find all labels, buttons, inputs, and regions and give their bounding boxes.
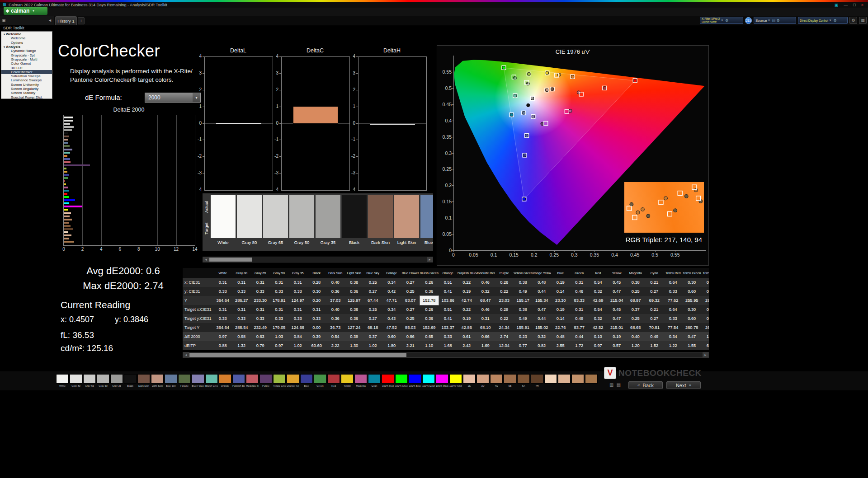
table-cell[interactable]: 1.02	[288, 341, 307, 350]
table-cell[interactable]: 0.48	[533, 278, 552, 287]
sidebar-item-screen-angularity[interactable]: Screen Angularity	[1, 87, 52, 91]
table-cell[interactable]: 2.22	[326, 341, 345, 350]
table-cell[interactable]: 28.95	[701, 296, 709, 305]
table-cell[interactable]: 0.36	[326, 314, 345, 323]
table-scroll-left-icon[interactable]: ◄	[183, 352, 189, 357]
sidebar-item-analysis[interactable]: ▾Analysis	[1, 45, 52, 49]
sidebar-item-screen-stability[interactable]: Screen Stability	[1, 91, 52, 95]
table-cell[interactable]: 215.04	[608, 296, 627, 305]
swatch-scroll-thumb[interactable]	[209, 258, 252, 262]
tree-expander-icon[interactable]: ▾	[4, 33, 5, 36]
table-cell[interactable]: 0.22	[495, 314, 514, 323]
table-cell[interactable]: 36.73	[326, 323, 345, 332]
swatch-gray-50[interactable]	[289, 195, 314, 238]
table-cell[interactable]: 0.42	[382, 287, 401, 296]
table-cell[interactable]: 1.15	[701, 332, 709, 341]
sidebar-item-dynamic-range[interactable]: Dynamic Range	[1, 49, 52, 53]
table-cell[interactable]: 2.21	[401, 341, 420, 350]
table-cell[interactable]: 1.32	[232, 341, 251, 350]
table-cell[interactable]: 0.47	[608, 287, 627, 296]
table-cell[interactable]: 0.40	[626, 332, 645, 341]
table-cell[interactable]: 0.60	[683, 314, 702, 323]
table-cell[interactable]: 1.10	[420, 341, 439, 350]
table-cell[interactable]: 83.33	[570, 296, 589, 305]
table-cell[interactable]: 0.49	[645, 332, 664, 341]
table-cell[interactable]: 364.64	[213, 323, 232, 332]
table-cell[interactable]: 83.07	[401, 296, 420, 305]
table-cell[interactable]: 0.14	[551, 287, 570, 296]
swatch-gray-35[interactable]	[316, 195, 340, 238]
table-cell[interactable]: 179.05	[270, 323, 289, 332]
table-cell[interactable]: 260.78	[683, 323, 702, 332]
table-cell[interactable]: 0.10	[589, 332, 608, 341]
table-cell[interactable]: 2.74	[495, 332, 514, 341]
strip-patch-orange-yellow[interactable]	[287, 374, 299, 384]
table-cell[interactable]: 23.03	[495, 296, 514, 305]
table-scroll-thumb[interactable]	[189, 353, 406, 357]
tray-icon[interactable]: ▥	[609, 382, 613, 387]
table-cell[interactable]: 0.33	[270, 314, 289, 323]
table-cell[interactable]: 0.26	[420, 278, 439, 287]
table-cell[interactable]: 155.34	[533, 296, 552, 305]
strip-patch-100-green[interactable]	[395, 374, 408, 384]
strip-patch-gray-65[interactable]	[83, 374, 96, 384]
table-cell[interactable]: 0.38	[514, 305, 533, 314]
table-cell[interactable]: 1.72	[570, 341, 589, 350]
table-cell[interactable]: 0.82	[533, 341, 552, 350]
table-cell[interactable]: 0.31	[213, 305, 232, 314]
strip-patch-cyan[interactable]	[368, 374, 381, 384]
table-cell[interactable]: 0.36	[420, 314, 439, 323]
table-cell[interactable]: 68.18	[363, 323, 382, 332]
strip-patch-100-red[interactable]	[382, 374, 394, 384]
table-cell[interactable]: 178.91	[270, 296, 289, 305]
sidebar-item-welcome[interactable]: Welcome	[1, 36, 52, 40]
table-cell[interactable]: 0.27	[401, 305, 420, 314]
table-cell[interactable]: 0.31	[251, 305, 270, 314]
table-cell[interactable]: 60.60	[307, 341, 326, 350]
table-cell[interactable]: 255.95	[683, 296, 702, 305]
swatch-light-skin[interactable]	[394, 195, 419, 238]
layout-button[interactable]: ▦	[859, 17, 867, 24]
table-cell[interactable]: 0.19	[458, 287, 476, 296]
table-cell[interactable]: 0.25	[401, 314, 420, 323]
table-cell[interactable]: 0.33	[251, 314, 270, 323]
table-cell[interactable]: 0.44	[533, 314, 552, 323]
strip-patch-red[interactable]	[327, 374, 340, 384]
table-cell[interactable]: 124.68	[288, 323, 307, 332]
table-cell[interactable]: 0.34	[664, 332, 683, 341]
table-cell[interactable]: 0.33	[664, 287, 683, 296]
table-cell[interactable]: 2.42	[458, 341, 476, 350]
table-cell[interactable]: 0.40	[326, 278, 345, 287]
strip-patch-green[interactable]	[314, 374, 326, 384]
help-icon[interactable]: ▣	[835, 3, 839, 7]
sidebar-item-welcome[interactable]: ▾Welcome	[1, 32, 52, 36]
table-cell[interactable]: 0.60	[683, 287, 702, 296]
table-cell[interactable]: 0.65	[420, 332, 439, 341]
table-cell[interactable]: 0.28	[307, 278, 326, 287]
table-cell[interactable]: 0.27	[363, 287, 382, 296]
table-cell[interactable]: 26.35	[701, 323, 709, 332]
table-cell[interactable]: 0.33	[213, 287, 232, 296]
table-cell[interactable]: 288.54	[232, 323, 251, 332]
tab-history-1[interactable]: History 1	[55, 16, 77, 25]
strip-patch-100-yellow[interactable]	[449, 374, 462, 384]
swatch-scrollbar[interactable]: ◄ ►	[203, 257, 433, 262]
table-cell[interactable]: 22.76	[551, 323, 570, 332]
table-cell[interactable]: 42.74	[458, 296, 476, 305]
table-cell[interactable]: 0.46	[476, 278, 495, 287]
table-cell[interactable]: 286.27	[232, 296, 251, 305]
table-cell[interactable]: 0.41	[439, 287, 458, 296]
table-cell[interactable]: 0.44	[570, 332, 589, 341]
strip-patch-gray-80[interactable]	[70, 374, 82, 384]
table-cell[interactable]: 0.40	[326, 305, 345, 314]
swatch-gray-80[interactable]	[237, 195, 262, 238]
table-cell[interactable]: 0.06	[701, 287, 709, 296]
strip-patch-3d[interactable]	[476, 374, 489, 384]
table-cell[interactable]: 0.32	[589, 314, 608, 323]
table-cell[interactable]: 0.25	[401, 287, 420, 296]
table-cell[interactable]: 0.86	[401, 332, 420, 341]
strip-patch-blue[interactable]	[300, 374, 313, 384]
table-cell[interactable]: 0.32	[533, 332, 552, 341]
sidebar-item-luminance-sweeps[interactable]: Luminance Sweeps	[1, 78, 52, 82]
table-cell[interactable]: 0.21	[645, 278, 664, 287]
